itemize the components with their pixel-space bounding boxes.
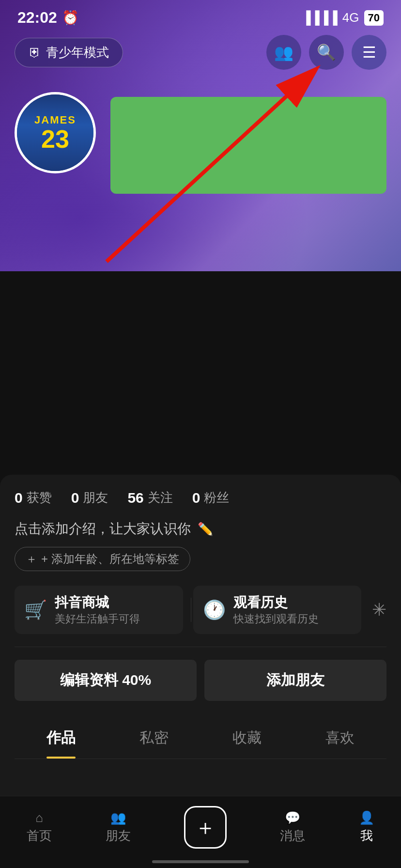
likes-count: 0 bbox=[15, 490, 23, 506]
name-banner-green bbox=[110, 97, 386, 194]
tab-likes[interactable]: 喜欢 bbox=[293, 715, 386, 759]
nav-friends[interactable]: 👥 朋友 bbox=[106, 810, 131, 844]
alarm-icon: ⏰ bbox=[62, 10, 79, 26]
nav-messages[interactable]: 💬 消息 bbox=[280, 810, 305, 844]
tag-label: + 添加年龄、所在地等标签 bbox=[41, 551, 179, 567]
plus-icon: ＋ bbox=[26, 551, 37, 567]
feature-shop[interactable]: 🛒 抖音商城 美好生活触手可得 bbox=[15, 586, 183, 634]
hero-background: ⛨ 青少年模式 👥 🔍 ☰ JAMES 23 bbox=[0, 0, 401, 271]
friends-count: 0 bbox=[71, 490, 79, 506]
menu-icon: ☰ bbox=[362, 43, 376, 62]
tab-favorites-label: 收藏 bbox=[232, 729, 262, 745]
stat-likes: 0 获赞 bbox=[15, 489, 52, 506]
history-subtitle: 快速找到观看历史 bbox=[233, 612, 319, 626]
clock-icon: 🕐 bbox=[203, 599, 226, 620]
search-icon-button[interactable]: 🔍 bbox=[309, 35, 344, 70]
profile-area: JAMES 23 bbox=[15, 92, 386, 194]
youth-mode-badge[interactable]: ⛨ 青少年模式 bbox=[15, 38, 123, 67]
feature-history-text: 观看历史 快速找到观看历史 bbox=[233, 593, 319, 626]
followers-label: 粉丝 bbox=[204, 489, 229, 506]
bio-text: 点击添加介绍，让大家认识你 bbox=[15, 520, 191, 538]
time-display: 22:02 bbox=[17, 9, 57, 27]
bio-row[interactable]: 点击添加介绍，让大家认识你 ✏️ bbox=[15, 520, 386, 538]
likes-label: 获赞 bbox=[27, 489, 52, 506]
menu-icon-button[interactable]: ☰ bbox=[352, 35, 386, 70]
feature-divider bbox=[191, 598, 191, 622]
avatar-inner: JAMES 23 bbox=[17, 94, 93, 171]
followers-count: 0 bbox=[192, 490, 200, 506]
nav-profile-label: 我 bbox=[360, 827, 373, 844]
cart-icon: 🛒 bbox=[24, 599, 47, 620]
friends-label: 朋友 bbox=[83, 489, 108, 506]
nav-messages-label: 消息 bbox=[280, 827, 305, 844]
stat-following[interactable]: 56 关注 bbox=[127, 489, 172, 506]
features-row: 🛒 抖音商城 美好生活触手可得 🕐 观看历史 快速找到观看历史 ✳ bbox=[15, 586, 386, 647]
status-icons: ▐▐▐▐ 4G 70 bbox=[302, 10, 384, 26]
plus-create-icon: ＋ bbox=[195, 813, 216, 842]
feature-shop-text: 抖音商城 美好生活触手可得 bbox=[55, 593, 140, 626]
friends-nav-icon: 👥 bbox=[110, 810, 126, 825]
avatar[interactable]: JAMES 23 bbox=[15, 92, 96, 173]
nav-home-label: 首页 bbox=[27, 827, 52, 844]
stat-followers[interactable]: 0 粉丝 bbox=[192, 489, 230, 506]
signal-icon: ▐▐▐▐ bbox=[302, 10, 338, 25]
tab-works-label: 作品 bbox=[46, 729, 76, 745]
status-time: 22:02 ⏰ bbox=[17, 9, 79, 27]
tabs-row: 作品 私密 收藏 喜欢 bbox=[15, 715, 386, 759]
edit-profile-button[interactable]: 编辑资料 40% bbox=[15, 660, 197, 701]
tab-private-label: 私密 bbox=[139, 729, 169, 745]
nav-friends-label: 朋友 bbox=[106, 827, 131, 844]
home-indicator bbox=[152, 860, 249, 863]
shop-title: 抖音商城 bbox=[55, 593, 140, 612]
following-count: 56 bbox=[127, 490, 143, 506]
shop-subtitle: 美好生活触手可得 bbox=[55, 612, 140, 626]
edit-pencil-icon: ✏️ bbox=[198, 522, 213, 537]
search-icon: 🔍 bbox=[317, 43, 336, 62]
add-friend-button[interactable]: 添加朋友 bbox=[204, 660, 386, 701]
bottom-navigation: ⌂ 首页 👥 朋友 ＋ 💬 消息 👤 我 bbox=[0, 796, 401, 868]
create-button[interactable]: ＋ bbox=[184, 806, 227, 849]
nav-profile[interactable]: 👤 我 bbox=[359, 810, 374, 844]
tab-favorites[interactable]: 收藏 bbox=[200, 715, 293, 759]
nav-home[interactable]: ⌂ 首页 bbox=[27, 810, 52, 844]
tab-private[interactable]: 私密 bbox=[108, 715, 200, 759]
stat-friends: 0 朋友 bbox=[71, 489, 108, 506]
tab-likes-label: 喜欢 bbox=[325, 729, 355, 745]
tags-row: ＋ + 添加年龄、所在地等标签 bbox=[15, 547, 386, 571]
profile-nav-icon: 👤 bbox=[359, 810, 374, 825]
battery-indicator: 70 bbox=[364, 10, 384, 26]
tab-works[interactable]: 作品 bbox=[15, 715, 108, 759]
nav-right-icons: 👥 🔍 ☰ bbox=[266, 35, 386, 70]
action-buttons: 编辑资料 40% 添加朋友 bbox=[15, 660, 386, 701]
home-icon: ⌂ bbox=[35, 810, 43, 825]
status-bar: 22:02 ⏰ ▐▐▐▐ 4G 70 bbox=[0, 0, 401, 31]
star-icon[interactable]: ✳ bbox=[372, 600, 386, 620]
youth-mode-label: 青少年模式 bbox=[46, 44, 109, 61]
avatar-number: 23 bbox=[41, 126, 69, 152]
message-icon: 💬 bbox=[285, 810, 300, 825]
feature-history[interactable]: 🕐 观看历史 快速找到观看历史 bbox=[193, 586, 362, 634]
shield-icon: ⛨ bbox=[29, 45, 41, 60]
top-navigation: ⛨ 青少年模式 👥 🔍 ☰ bbox=[0, 35, 401, 70]
friends-icon-button[interactable]: 👥 bbox=[266, 35, 301, 70]
people-icon: 👥 bbox=[274, 43, 293, 62]
network-type: 4G bbox=[342, 10, 359, 25]
add-tags-button[interactable]: ＋ + 添加年龄、所在地等标签 bbox=[15, 547, 190, 571]
following-label: 关注 bbox=[148, 489, 173, 506]
history-title: 观看历史 bbox=[233, 593, 319, 612]
stats-row: 0 获赞 0 朋友 56 关注 0 粉丝 bbox=[15, 489, 386, 506]
